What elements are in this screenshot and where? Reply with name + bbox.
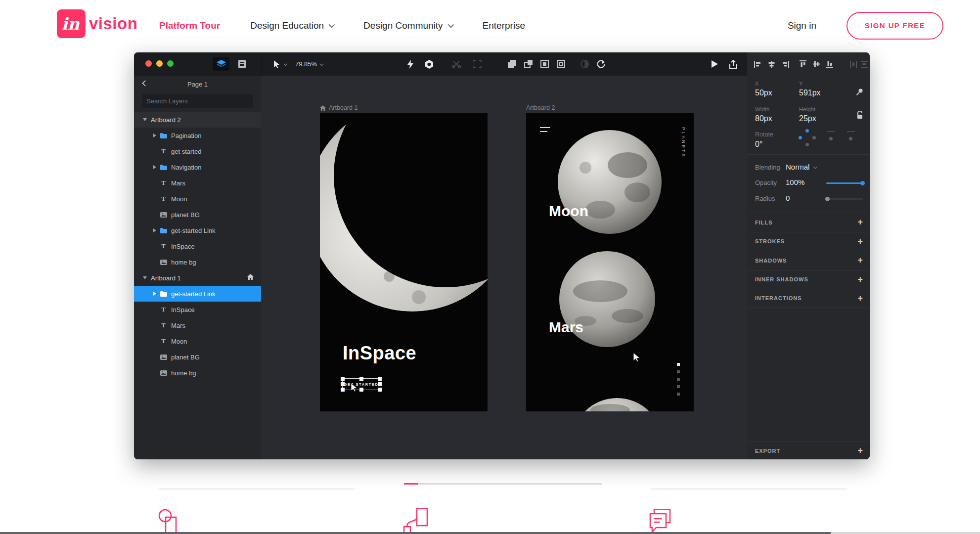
add-stroke-button[interactable]: + — [857, 236, 863, 247]
layer-row-text[interactable]: T get started — [134, 143, 261, 159]
close-window-button[interactable] — [145, 60, 152, 67]
pin-icon[interactable] — [856, 89, 863, 95]
y-field[interactable]: Y 591px — [799, 81, 821, 97]
boolean-union-button[interactable] — [508, 52, 516, 76]
layer-row-image[interactable]: planet BG — [134, 349, 261, 365]
distribute-h-button[interactable] — [850, 52, 857, 76]
align-middle-v-button[interactable] — [813, 52, 820, 76]
constraint-toggle[interactable] — [849, 137, 852, 140]
align-center-h-button[interactable] — [768, 52, 775, 76]
collapse-triangle-icon[interactable] — [143, 276, 147, 279]
get-started-button-selection[interactable]: GET STARTED — [342, 378, 380, 390]
selection-handle[interactable] — [378, 382, 382, 386]
expand-triangle-icon[interactable] — [153, 165, 156, 169]
opacity-slider[interactable] — [826, 182, 863, 184]
add-shadow-button[interactable]: + — [857, 255, 863, 266]
boolean-intersect-button[interactable] — [540, 52, 549, 76]
layer-row-image[interactable]: planet BG — [134, 207, 261, 222]
radius-slider-knob[interactable] — [825, 197, 830, 201]
selection-handle[interactable] — [359, 388, 363, 392]
blending-select[interactable]: Normal — [786, 163, 816, 171]
tab-shapes[interactable] — [158, 509, 184, 534]
inner-shadows-section[interactable]: INNER SHADOWS+ — [747, 270, 870, 289]
add-inner-shadow-button[interactable]: + — [857, 274, 863, 285]
transform-button[interactable] — [473, 52, 482, 76]
tab-collaboration[interactable] — [647, 509, 676, 534]
x-field[interactable]: X 50px — [755, 81, 772, 97]
share-button[interactable] — [729, 52, 737, 76]
minimize-window-button[interactable] — [156, 60, 163, 67]
height-field[interactable]: Height 25px — [799, 106, 816, 123]
layer-row-image[interactable]: home bg — [134, 365, 261, 381]
layer-row-text[interactable]: T InSpace — [134, 238, 261, 254]
page-title[interactable]: Page 1 — [187, 81, 208, 88]
layer-row-text[interactable]: T Moon — [134, 191, 261, 207]
invision-logo[interactable]: in vision — [57, 9, 137, 38]
fills-section[interactable]: FILLS+ — [747, 213, 870, 232]
artboard1-hero-title[interactable]: InSpace — [343, 343, 416, 364]
layer-row-folder[interactable]: get-started Link — [134, 222, 261, 238]
moon-label[interactable]: Moon — [549, 203, 588, 220]
layer-row-artboard[interactable]: Artboard 1 — [134, 270, 261, 286]
export-section[interactable]: EXPORT + — [747, 442, 870, 459]
zoom-level-control[interactable]: 79.85% — [295, 52, 323, 76]
expand-triangle-icon[interactable] — [153, 134, 156, 137]
expand-triangle-icon[interactable] — [153, 228, 156, 232]
preview-play-button[interactable] — [712, 52, 718, 76]
opacity-slider-knob[interactable] — [860, 181, 865, 185]
artboard2-label[interactable]: Artboard 2 — [526, 104, 555, 111]
strokes-section[interactable]: STROKES+ — [747, 232, 870, 251]
distribute-v-button[interactable] — [861, 52, 868, 76]
layer-row-text[interactable]: T Moon — [134, 333, 261, 349]
width-field[interactable]: Width 80px — [755, 106, 772, 123]
rotate-field[interactable]: Rotate 0° — [755, 131, 773, 149]
nav-link-enterprise[interactable]: Enterprise — [483, 20, 526, 31]
sign-up-free-button[interactable]: SIGN UP FREE — [846, 12, 943, 40]
layer-row-text[interactable]: T Mars — [134, 175, 261, 191]
layer-row-image[interactable]: home bg — [134, 254, 261, 270]
vector-edit-button[interactable] — [452, 52, 461, 76]
add-export-button[interactable]: + — [857, 445, 863, 456]
align-bottom-button[interactable] — [826, 52, 833, 76]
lock-open-icon[interactable] — [857, 111, 863, 119]
collapse-triangle-icon[interactable] — [143, 118, 147, 121]
layers-mode-button[interactable] — [213, 57, 229, 71]
nav-link-design-education[interactable]: Design Education — [250, 20, 333, 31]
zoom-window-button[interactable] — [167, 60, 174, 67]
design-canvas[interactable]: Artboard 1 Artboard 2 — [261, 76, 747, 459]
pagination-dots[interactable] — [677, 363, 680, 396]
layer-row-text[interactable]: T Mars — [134, 317, 261, 333]
layer-row-folder-selected[interactable]: get-started Link — [134, 286, 261, 302]
selection-handle[interactable] — [359, 377, 363, 381]
mars-label[interactable]: Mars — [549, 319, 583, 336]
artboard1[interactable]: InSpace GET STARTED — [320, 113, 488, 411]
boolean-exclude-button[interactable] — [557, 52, 565, 76]
artboard2[interactable]: PLANETS — [526, 113, 694, 411]
planet-images[interactable] — [526, 113, 694, 411]
add-interaction-button[interactable]: + — [857, 293, 863, 304]
align-right-button[interactable] — [782, 52, 789, 76]
mask-button[interactable] — [580, 52, 589, 76]
nav-link-design-community[interactable]: Design Community — [363, 20, 452, 31]
sign-in-link[interactable]: Sign in — [788, 20, 816, 31]
search-layers-input[interactable] — [142, 94, 253, 108]
layer-row-text[interactable]: T InSpace — [134, 302, 261, 317]
add-fill-button[interactable]: + — [857, 217, 863, 227]
selection-handle[interactable] — [378, 388, 382, 392]
align-left-button[interactable] — [754, 52, 761, 76]
selection-handle[interactable] — [341, 388, 345, 392]
crescent-moon-image[interactable] — [320, 113, 488, 411]
tab-prototype[interactable] — [401, 508, 430, 534]
anchor-point-selector[interactable] — [799, 129, 816, 147]
artboard1-label[interactable]: Artboard 1 — [320, 104, 357, 111]
refresh-button[interactable] — [597, 52, 605, 76]
interactions-section[interactable]: INTERACTIONS+ — [747, 289, 870, 308]
constraint-toggle[interactable] — [829, 137, 833, 140]
shape-settings-button[interactable] — [425, 52, 434, 76]
nav-link-platform-tour[interactable]: Platform Tour — [159, 20, 220, 31]
layer-row-folder[interactable]: Pagination — [134, 128, 261, 143]
auto-layout-button[interactable] — [407, 52, 413, 76]
back-chevron-icon[interactable] — [142, 80, 148, 87]
align-top-button[interactable] — [800, 52, 806, 76]
expand-triangle-icon[interactable] — [153, 292, 156, 296]
